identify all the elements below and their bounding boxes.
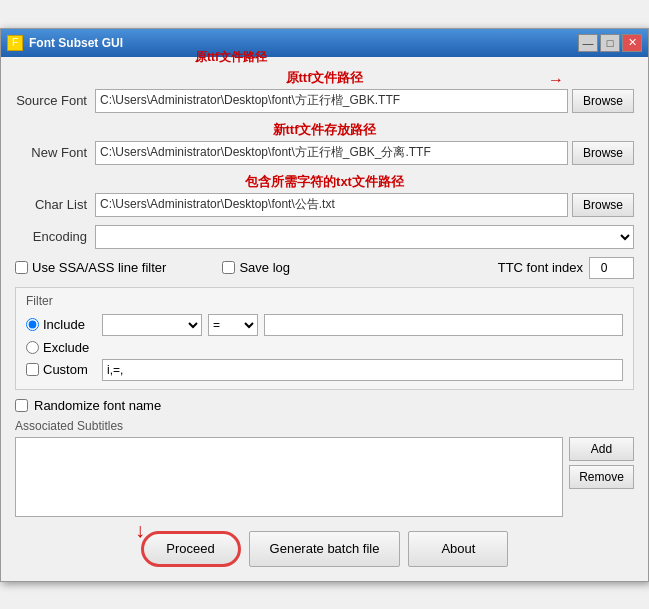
save-log-checkbox[interactable] xyxy=(222,261,235,274)
new-font-browse[interactable]: Browse xyxy=(572,141,634,165)
char-list-browse[interactable]: Browse xyxy=(572,193,634,217)
new-font-label: New Font xyxy=(15,145,95,160)
ssa-filter-label: Use SSA/ASS line filter xyxy=(32,260,166,275)
source-font-input[interactable] xyxy=(95,89,568,113)
include-radio[interactable] xyxy=(26,318,39,331)
char-list-label: Char List xyxy=(15,197,95,212)
filter-field-select[interactable]: Layer Style Actor Effect xyxy=(102,314,202,336)
main-window: F Font Subset GUI — □ ✕ 原ttf文件路径 原ttf文件路… xyxy=(0,28,649,582)
save-log-row: Save log xyxy=(222,260,290,275)
filter-custom-row: Custom xyxy=(26,359,623,381)
include-radio-label[interactable]: Include xyxy=(26,317,96,332)
window-title: Font Subset GUI xyxy=(29,36,123,50)
source-font-row: Source Font Browse xyxy=(15,89,634,113)
annotation-char-list-label: 包含所需字符的txt文件路径 xyxy=(15,173,634,191)
save-log-label: Save log xyxy=(239,260,290,275)
title-bar-buttons: — □ ✕ xyxy=(578,34,642,52)
assoc-area: Add Remove xyxy=(15,437,634,517)
app-icon-letter: F xyxy=(12,37,18,48)
annotation-source-label: 原ttf文件路径 xyxy=(15,69,634,87)
about-button[interactable]: About xyxy=(408,531,508,567)
char-list-row: Char List Browse xyxy=(15,193,634,217)
custom-input[interactable] xyxy=(102,359,623,381)
exclude-radio-label[interactable]: Exclude xyxy=(26,340,96,355)
ttc-index-input[interactable] xyxy=(589,257,634,279)
app-icon: F xyxy=(7,35,23,51)
annotation-source: 原ttf文件路径 xyxy=(195,49,267,66)
add-button[interactable]: Add xyxy=(569,437,634,461)
arrow-proceed: ↓ xyxy=(135,519,145,542)
generate-batch-button[interactable]: Generate batch file xyxy=(249,531,401,567)
assoc-label: Associated Subtitles xyxy=(15,419,634,433)
title-bar-left: F Font Subset GUI xyxy=(7,35,123,51)
filter-exclude-row: Exclude xyxy=(26,340,623,355)
new-font-input[interactable] xyxy=(95,141,568,165)
filter-include-row: Include Layer Style Actor Effect = != co… xyxy=(26,314,623,336)
custom-label: Custom xyxy=(43,362,88,377)
new-font-row: New Font Browse xyxy=(15,141,634,165)
encoding-select[interactable] xyxy=(95,225,634,249)
encoding-row: Encoding xyxy=(15,225,634,249)
exclude-label: Exclude xyxy=(43,340,89,355)
filter-legend: Filter xyxy=(26,294,623,308)
randomize-label: Randomize font name xyxy=(34,398,161,413)
maximize-button[interactable]: □ xyxy=(600,34,620,52)
annotation-new-font-label: 新ttf文件存放路径 xyxy=(15,121,634,139)
filter-eq-select[interactable]: = != contains xyxy=(208,314,258,336)
source-font-browse[interactable]: Browse xyxy=(572,89,634,113)
proceed-button[interactable]: Proceed xyxy=(141,531,241,567)
exclude-radio[interactable] xyxy=(26,341,39,354)
assoc-buttons: Add Remove xyxy=(569,437,634,517)
ttc-label: TTC font index xyxy=(498,260,583,275)
ttc-row: TTC font index xyxy=(498,257,634,279)
source-font-label: Source Font xyxy=(15,93,95,108)
assoc-listbox[interactable] xyxy=(15,437,563,517)
filter-value-input[interactable] xyxy=(264,314,623,336)
bottom-buttons: Proceed Generate batch file About xyxy=(15,531,634,567)
custom-checkbox[interactable] xyxy=(26,363,39,376)
char-list-input[interactable] xyxy=(95,193,568,217)
randomize-checkbox[interactable] xyxy=(15,399,28,412)
minimize-button[interactable]: — xyxy=(578,34,598,52)
ssa-filter-row: Use SSA/ASS line filter xyxy=(15,260,166,275)
ssa-filter-checkbox[interactable] xyxy=(15,261,28,274)
include-label: Include xyxy=(43,317,85,332)
title-bar: F Font Subset GUI — □ ✕ xyxy=(1,29,648,57)
filter-group: Filter Include Layer Style Actor Effect … xyxy=(15,287,634,390)
content-area: 原ttf文件路径 原ttf文件路径 → Source Font Browse 新… xyxy=(1,57,648,581)
randomize-row: Randomize font name xyxy=(15,398,634,413)
remove-button[interactable]: Remove xyxy=(569,465,634,489)
encoding-label: Encoding xyxy=(15,229,95,244)
close-button[interactable]: ✕ xyxy=(622,34,642,52)
